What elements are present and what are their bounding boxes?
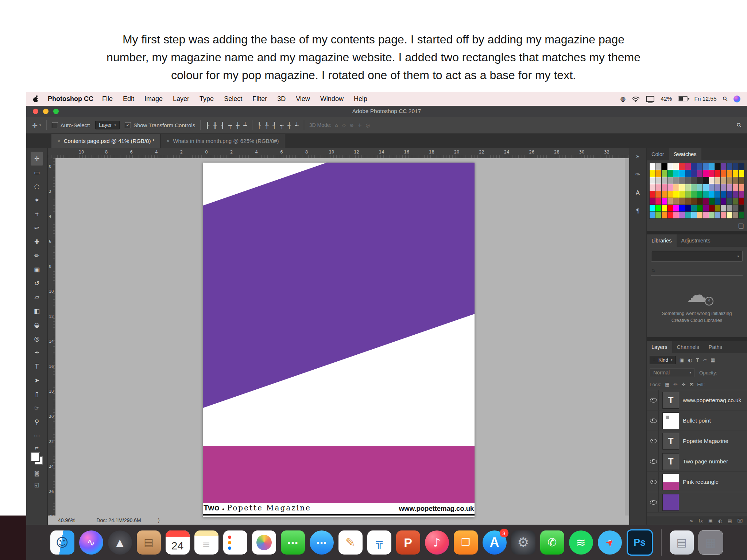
distribute-icon-3[interactable]: ┭ <box>280 122 284 129</box>
color-swatch[interactable] <box>715 163 720 170</box>
align-icon-4[interactable]: ┿ <box>236 122 240 129</box>
color-swatch[interactable] <box>709 198 715 205</box>
color-swatch[interactable] <box>739 191 744 198</box>
current-tool-icon[interactable]: ✛▾ <box>32 121 41 129</box>
brush-tool[interactable]: ✏ <box>31 249 43 262</box>
color-swatch[interactable] <box>685 198 691 205</box>
menu-type[interactable]: Type <box>200 95 214 103</box>
color-swatch[interactable] <box>679 212 685 218</box>
paragraph-panel-icon[interactable]: ¶ <box>632 206 643 215</box>
layers-action-icon-5[interactable]: ⌧ <box>738 518 743 524</box>
display-icon[interactable] <box>646 96 654 102</box>
color-swatch[interactable] <box>667 212 673 218</box>
visibility-eye-icon[interactable] <box>648 431 659 451</box>
color-swatch[interactable] <box>667 205 673 211</box>
distribute-icon-4[interactable]: ┽ <box>288 122 291 129</box>
keynote-icon[interactable]: ╦ <box>367 530 391 555</box>
color-swatch[interactable] <box>709 205 715 211</box>
h-ruler[interactable]: 10864202468101214161820222426283032 <box>48 148 629 158</box>
zoom-window-button[interactable] <box>53 109 59 114</box>
color-swatch[interactable] <box>715 198 720 205</box>
color-swatch[interactable] <box>727 198 732 205</box>
sync-icon[interactable]: ◍ <box>620 95 626 102</box>
color-swatch[interactable] <box>733 205 738 211</box>
distribute-icon-1[interactable]: ╀ <box>265 122 269 129</box>
blur-tool[interactable]: ◒ <box>31 318 43 332</box>
libraries-tab[interactable]: Libraries <box>647 234 677 247</box>
color-swatch[interactable] <box>667 170 673 177</box>
distribute-icon-0[interactable]: ┞ <box>258 122 261 129</box>
color-swatch[interactable] <box>662 191 667 198</box>
layers-tab[interactable]: Layers <box>647 341 672 353</box>
color-swatch[interactable] <box>650 184 655 191</box>
color-swatch[interactable] <box>685 170 691 177</box>
color-swatch[interactable] <box>691 212 697 218</box>
filter-type-icon-1[interactable]: ◐ <box>688 357 692 363</box>
layer-row[interactable]: Bullet point <box>647 411 747 431</box>
menu-window[interactable]: Window <box>320 95 344 103</box>
color-swatch[interactable] <box>667 191 673 198</box>
edit-toolbar-icon[interactable]: ⋯ <box>31 429 43 443</box>
color-swatch[interactable] <box>673 212 679 218</box>
pen-tool[interactable]: ✒ <box>31 346 43 359</box>
swap-colors-icon[interactable]: ⇄ <box>35 446 39 451</box>
eraser-tool[interactable]: ▱ <box>31 290 43 304</box>
visibility-eye-icon[interactable] <box>648 492 659 512</box>
color-swatch[interactable] <box>697 205 703 211</box>
layer-row[interactable]: Pink rectangle <box>647 472 747 492</box>
color-swatch[interactable] <box>727 205 732 211</box>
layers-action-icon-3[interactable]: ◐ <box>718 518 722 524</box>
color-swatch[interactable] <box>691 170 697 177</box>
foreground-color-chip[interactable] <box>31 453 40 462</box>
color-swatch[interactable] <box>691 191 697 198</box>
color-swatch[interactable] <box>703 177 708 184</box>
color-swatch[interactable] <box>691 205 697 211</box>
color-swatch[interactable] <box>685 184 691 191</box>
layer-row[interactable]: Twww.popettemag.co.uk <box>647 390 747 411</box>
color-swatch[interactable] <box>709 177 715 184</box>
facetime-icon[interactable]: ✆ <box>540 530 564 555</box>
color-swatch[interactable] <box>655 177 661 184</box>
history-brush-tool[interactable]: ↺ <box>31 276 43 290</box>
color-swatch[interactable] <box>650 198 655 205</box>
color-swatch[interactable] <box>733 177 738 184</box>
move-tool[interactable]: ✛ <box>31 152 43 166</box>
layer-row[interactable]: TTwo page number <box>647 451 747 472</box>
color-swatch[interactable] <box>685 191 691 198</box>
minimize-window-button[interactable] <box>43 109 49 114</box>
color-swatch[interactable] <box>685 177 691 184</box>
color-swatch[interactable] <box>679 170 685 177</box>
document-tab[interactable]: ×Contents page.psd @ 41% (RGB/8) * <box>51 134 160 148</box>
blend-mode-dropdown[interactable]: Normal ▾ <box>650 368 695 377</box>
close-window-button[interactable] <box>33 109 38 114</box>
color-swatch[interactable] <box>727 212 732 218</box>
color-swatch[interactable] <box>655 212 661 218</box>
color-swatch[interactable] <box>733 212 738 218</box>
color-swatch[interactable] <box>703 198 708 205</box>
color-swatch[interactable] <box>673 198 679 205</box>
color-swatch[interactable] <box>727 163 732 170</box>
color-swatch[interactable] <box>673 191 679 198</box>
color-swatch[interactable] <box>715 170 720 177</box>
path-selection-tool[interactable]: ➤ <box>31 373 43 387</box>
quick-mask-icon[interactable]: ◙ <box>31 467 43 479</box>
color-swatch[interactable] <box>662 184 667 191</box>
color-swatch[interactable] <box>733 170 738 177</box>
visibility-eye-icon[interactable] <box>648 451 659 471</box>
brush-panel-icon[interactable]: ✑ <box>632 170 643 179</box>
color-swatch[interactable] <box>662 170 667 177</box>
color-swatch[interactable] <box>739 212 744 218</box>
shape-tool[interactable]: ▯ <box>31 387 43 401</box>
layers-action-icon-1[interactable]: fx <box>698 518 703 524</box>
color-swatch[interactable] <box>721 191 726 198</box>
foreground-background-colors[interactable] <box>30 452 43 465</box>
zoom-level[interactable]: 40.96% <box>58 517 75 523</box>
paths-tab[interactable]: Paths <box>704 341 727 353</box>
menu-help[interactable]: Help <box>354 95 367 103</box>
launchpad-icon[interactable]: ▲ <box>108 530 132 555</box>
color-swatch[interactable] <box>721 177 726 184</box>
distribute-icon-5[interactable]: ┵ <box>295 122 299 129</box>
character-panel-icon[interactable]: A <box>632 188 643 197</box>
3d-mode-icon-2[interactable]: ⊕ <box>350 122 354 128</box>
color-swatch[interactable] <box>685 212 691 218</box>
